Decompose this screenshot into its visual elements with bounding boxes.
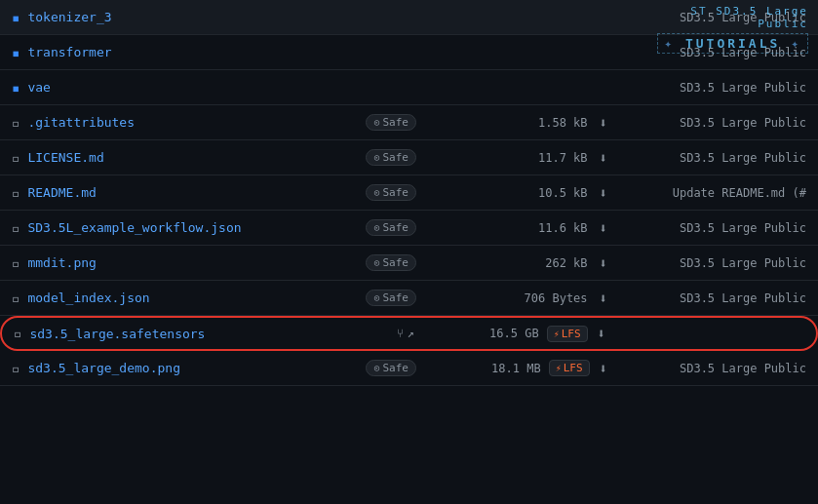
file-row: ▫ .gitattributes Safe 1.58 kB ⬇ SD3.5 La…: [0, 105, 818, 140]
file-icon: ▫: [12, 220, 19, 236]
safe-badge: Safe: [366, 254, 416, 271]
middle-section: 11.6 kB ⬇: [416, 218, 611, 238]
commit-message: SD3.5 Large Public: [611, 151, 806, 165]
file-size: 1.58 kB: [510, 116, 588, 130]
file-row: ▪ transformer SD3.5 Large Public: [0, 35, 818, 70]
lfs-badge: LFS: [549, 360, 590, 376]
commit-message: SD3.5 Large Public: [611, 116, 806, 130]
file-icon: ▫: [12, 361, 19, 376]
commit-message: SD3.5 Large Public: [611, 46, 806, 59]
file-size: 16.5 GB: [461, 327, 539, 340]
file-name-link[interactable]: sd3.5_large_demo.png: [27, 361, 358, 375]
left-section: ▫ .gitattributes Safe: [12, 114, 416, 131]
left-section: ▫ README.md Safe: [12, 184, 416, 201]
file-name-link[interactable]: mmdit.png: [27, 255, 358, 270]
file-name-link[interactable]: model_index.json: [27, 291, 358, 305]
file-list: ST SD3.5 Large Public ✦ TUTORIALS ✦ ▪ to…: [0, 0, 818, 386]
left-section: ▫ model_index.json Safe: [12, 290, 416, 306]
file-name-link[interactable]: README.md: [27, 185, 358, 200]
file-row: ▫ README.md Safe 10.5 kB ⬇ Update README…: [0, 175, 818, 211]
folder-icon: ▪: [12, 45, 19, 60]
file-name-link[interactable]: sd3.5_large.safetensors: [29, 327, 390, 341]
file-row: ▫ mmdit.png Safe 262 kB ⬇ SD3.5 Large Pu…: [0, 246, 818, 281]
file-row: ▪ tokenizer_3 SD3.5 Large Public: [0, 0, 818, 35]
commit-message: SD3.5 Large Public: [611, 221, 806, 235]
middle-section: 11.7 kB ⬇: [416, 148, 611, 168]
file-name-link[interactable]: transformer: [27, 45, 611, 59]
file-name-link[interactable]: .gitattributes: [27, 115, 358, 130]
file-size: 706 Bytes: [510, 291, 588, 305]
download-button[interactable]: ⬇: [596, 183, 611, 203]
folder-icon: ▪: [12, 80, 19, 96]
file-icon: ▫: [12, 115, 19, 131]
middle-section: 18.1 MB LFS ⬇: [416, 359, 611, 378]
safe-badge: Safe: [366, 114, 416, 131]
left-section: ▫ SD3.5L_example_workflow.json Safe: [12, 219, 416, 236]
commit-message: Update README.md (#: [611, 186, 806, 200]
file-icon: ▫: [12, 185, 19, 201]
file-name-link[interactable]: SD3.5L_example_workflow.json: [27, 220, 358, 235]
file-row: ▫ model_index.json Safe 706 Bytes ⬇ SD3.…: [0, 281, 818, 316]
file-size: 18.1 MB: [463, 362, 541, 375]
file-size: 11.6 kB: [510, 221, 588, 235]
external-link-icon[interactable]: ↗: [408, 327, 414, 340]
safe-badge: Safe: [366, 290, 416, 306]
middle-section: 1.58 kB ⬇: [416, 113, 611, 133]
left-section: ▫ mmdit.png Safe: [12, 254, 416, 271]
file-name-link[interactable]: LICENSE.md: [27, 150, 358, 165]
file-row: ▫ LICENSE.md Safe 11.7 kB ⬇ SD3.5 Large …: [0, 140, 818, 175]
left-section: ▫ sd3.5_large.safetensors ⑂ ↗: [14, 326, 414, 341]
link-icons: ⑂ ↗: [397, 327, 414, 340]
download-button[interactable]: ⬇: [596, 113, 611, 133]
file-name-link[interactable]: tokenizer_3: [27, 10, 611, 24]
download-button[interactable]: ⬇: [596, 359, 611, 378]
safe-badge: Safe: [366, 219, 416, 236]
file-row: ▫ SD3.5L_example_workflow.json Safe 11.6…: [0, 211, 818, 246]
middle-section: 706 Bytes ⬇: [416, 289, 611, 308]
file-name-link[interactable]: vae: [27, 80, 611, 95]
highlighted-file-row: ▫ sd3.5_large.safetensors ⑂ ↗ 16.5 GB LF…: [0, 316, 818, 351]
file-icon: ▫: [12, 150, 19, 166]
commit-message: SD3.5 Large Public: [611, 256, 806, 270]
file-icon: ▫: [12, 255, 19, 271]
download-button[interactable]: ⬇: [596, 218, 611, 238]
left-section: ▪ tokenizer_3: [12, 10, 611, 25]
lfs-badge: LFS: [547, 326, 588, 342]
branch-icon: ⑂: [397, 327, 404, 340]
left-section: ▪ vae: [12, 80, 611, 96]
commit-message: SD3.5 Large Public: [611, 81, 806, 95]
download-button[interactable]: ⬇: [596, 148, 611, 168]
middle-section: 262 kB ⬇: [416, 253, 611, 273]
file-row: ▪ vae SD3.5 Large Public: [0, 70, 818, 105]
commit-message: SD3.5 Large Public: [611, 11, 806, 24]
safe-badge: Safe: [366, 184, 416, 201]
left-section: ▫ LICENSE.md Safe: [12, 149, 416, 166]
middle-section: 10.5 kB ⬇: [416, 183, 611, 203]
left-section: ▪ transformer: [12, 45, 611, 60]
folder-icon: ▪: [12, 10, 19, 25]
file-icon: ▫: [14, 326, 21, 341]
file-size: 11.7 kB: [510, 151, 588, 165]
file-row: ▫ sd3.5_large_demo.png Safe 18.1 MB LFS …: [0, 351, 818, 386]
safe-badge: Safe: [366, 149, 416, 166]
file-size: 262 kB: [510, 256, 588, 270]
commit-message: SD3.5 Large Public: [611, 362, 806, 375]
download-button[interactable]: ⬇: [596, 253, 611, 273]
file-icon: ▫: [12, 291, 19, 306]
middle-section: 16.5 GB LFS ⬇: [414, 324, 609, 343]
download-button[interactable]: ⬇: [594, 324, 609, 343]
file-size: 10.5 kB: [510, 186, 588, 200]
commit-message: SD3.5 Large Public: [611, 291, 806, 305]
download-button[interactable]: ⬇: [596, 289, 611, 308]
left-section: ▫ sd3.5_large_demo.png Safe: [12, 360, 416, 376]
safe-badge: Safe: [366, 360, 416, 376]
